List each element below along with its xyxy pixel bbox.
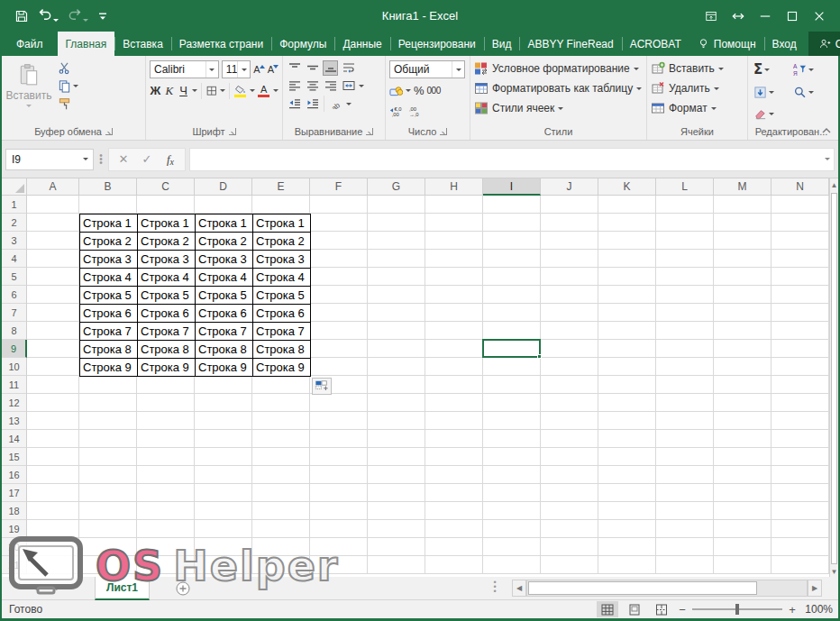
cell-J6[interactable] bbox=[541, 286, 598, 304]
cell-M12[interactable] bbox=[714, 394, 772, 412]
cell-B20[interactable] bbox=[79, 538, 137, 556]
name-box-dropdown-icon[interactable] bbox=[78, 158, 93, 160]
cell-K11[interactable] bbox=[598, 376, 656, 394]
row-header-4[interactable]: 4 bbox=[2, 250, 27, 268]
cell-D19[interactable] bbox=[195, 520, 252, 538]
table-cell[interactable]: Строка 7 bbox=[252, 322, 310, 340]
align-middle-button[interactable] bbox=[305, 60, 320, 76]
cell-K20[interactable] bbox=[598, 538, 656, 556]
column-header-A[interactable]: A bbox=[27, 178, 79, 196]
cell-G13[interactable] bbox=[368, 412, 425, 430]
cell-L21[interactable] bbox=[656, 556, 714, 574]
italic-button[interactable]: К bbox=[164, 84, 176, 98]
redo-button[interactable] bbox=[68, 7, 88, 24]
cell-J8[interactable] bbox=[541, 322, 598, 340]
cell-C18[interactable] bbox=[137, 502, 195, 520]
copy-button[interactable] bbox=[56, 78, 80, 94]
merge-center-button[interactable] bbox=[341, 78, 356, 94]
cell-G10[interactable] bbox=[368, 358, 425, 376]
cell-N11[interactable] bbox=[772, 376, 829, 394]
row-header-7[interactable]: 7 bbox=[2, 304, 27, 322]
cell-E16[interactable] bbox=[252, 466, 310, 484]
save-icon[interactable] bbox=[14, 9, 29, 23]
row-header-15[interactable]: 15 bbox=[2, 448, 27, 466]
row-header-12[interactable]: 12 bbox=[2, 394, 27, 412]
cell-C17[interactable] bbox=[137, 484, 195, 502]
fill-button[interactable] bbox=[752, 83, 791, 102]
cell-L5[interactable] bbox=[656, 268, 714, 286]
new-sheet-icon[interactable] bbox=[175, 580, 191, 597]
format-painter-button[interactable] bbox=[56, 96, 80, 112]
table-cell[interactable]: Строка 1 bbox=[79, 214, 137, 232]
fill-options-button[interactable] bbox=[312, 378, 332, 395]
tab-данные[interactable]: Данные bbox=[334, 32, 389, 56]
cell-F4[interactable] bbox=[310, 250, 368, 268]
cell-G18[interactable] bbox=[368, 502, 425, 520]
column-header-C[interactable]: C bbox=[137, 178, 195, 196]
cell-F17[interactable] bbox=[310, 484, 368, 502]
table-cell[interactable]: Строка 4 bbox=[137, 268, 195, 286]
table-cell[interactable]: Строка 2 bbox=[137, 232, 195, 250]
collapse-ribbon-icon[interactable] bbox=[820, 125, 833, 136]
cell-M21[interactable] bbox=[714, 556, 772, 574]
underline-button[interactable]: Ч bbox=[178, 84, 189, 97]
cell-F3[interactable] bbox=[310, 232, 368, 250]
row-header-6[interactable]: 6 bbox=[2, 286, 27, 304]
cell-B18[interactable] bbox=[79, 502, 137, 520]
cell-N10[interactable] bbox=[772, 358, 829, 376]
decrease-indent-button[interactable] bbox=[287, 96, 302, 112]
cell-M16[interactable] bbox=[714, 466, 772, 484]
cell-L13[interactable] bbox=[656, 412, 714, 430]
column-header-N[interactable]: N bbox=[772, 178, 829, 196]
table-cell[interactable]: Строка 4 bbox=[195, 268, 252, 286]
row-header-9[interactable]: 9 bbox=[2, 340, 27, 358]
cell-J17[interactable] bbox=[541, 484, 598, 502]
cell-B14[interactable] bbox=[79, 430, 137, 448]
table-cell[interactable]: Строка 6 bbox=[195, 304, 252, 322]
cell-L12[interactable] bbox=[656, 394, 714, 412]
cell-G21[interactable] bbox=[368, 556, 425, 574]
cell-H9[interactable] bbox=[425, 340, 483, 358]
cell-K8[interactable] bbox=[598, 322, 656, 340]
paste-button[interactable]: Вставить bbox=[5, 59, 52, 123]
cell-H12[interactable] bbox=[425, 394, 483, 412]
cell-B13[interactable] bbox=[79, 412, 137, 430]
cell-K13[interactable] bbox=[598, 412, 656, 430]
cell-H5[interactable] bbox=[425, 268, 483, 286]
cell-styles-button[interactable]: Стили ячеек bbox=[474, 98, 643, 118]
cell-N18[interactable] bbox=[772, 502, 829, 520]
cell-H19[interactable] bbox=[425, 520, 483, 538]
cell-M18[interactable] bbox=[714, 502, 772, 520]
cell-J13[interactable] bbox=[541, 412, 598, 430]
table-cell[interactable]: Строка 5 bbox=[79, 286, 137, 304]
cell-K12[interactable] bbox=[598, 394, 656, 412]
cell-N17[interactable] bbox=[772, 484, 829, 502]
table-cell[interactable]: Строка 1 bbox=[137, 214, 195, 232]
align-center-button[interactable] bbox=[305, 78, 320, 94]
tab-помощн[interactable]: Помощн bbox=[689, 32, 764, 56]
cell-N16[interactable] bbox=[772, 466, 829, 484]
cell-F19[interactable] bbox=[310, 520, 368, 538]
cell-A19[interactable] bbox=[27, 520, 79, 538]
cell-J4[interactable] bbox=[541, 250, 598, 268]
cell-J18[interactable] bbox=[541, 502, 598, 520]
cell-B19[interactable] bbox=[79, 520, 137, 538]
cell-G9[interactable] bbox=[368, 340, 425, 358]
cell-N2[interactable] bbox=[772, 214, 829, 232]
cell-K18[interactable] bbox=[598, 502, 656, 520]
cell-D21[interactable] bbox=[195, 556, 252, 574]
cell-D13[interactable] bbox=[195, 412, 252, 430]
cell-I4[interactable] bbox=[483, 250, 541, 268]
cell-A12[interactable] bbox=[27, 394, 79, 412]
cell-C20[interactable] bbox=[137, 538, 195, 556]
name-box[interactable]: I9 bbox=[5, 149, 94, 170]
cell-L11[interactable] bbox=[656, 376, 714, 394]
accounting-format-icon[interactable] bbox=[389, 84, 403, 97]
cell-G14[interactable] bbox=[368, 430, 425, 448]
cell-L10[interactable] bbox=[656, 358, 714, 376]
cell-C14[interactable] bbox=[137, 430, 195, 448]
cell-G4[interactable] bbox=[368, 250, 425, 268]
sheet-tab[interactable]: Лист1 bbox=[95, 577, 150, 600]
scroll-right-icon[interactable]: ▶ bbox=[808, 580, 822, 597]
table-cell[interactable]: Строка 8 bbox=[195, 340, 252, 358]
